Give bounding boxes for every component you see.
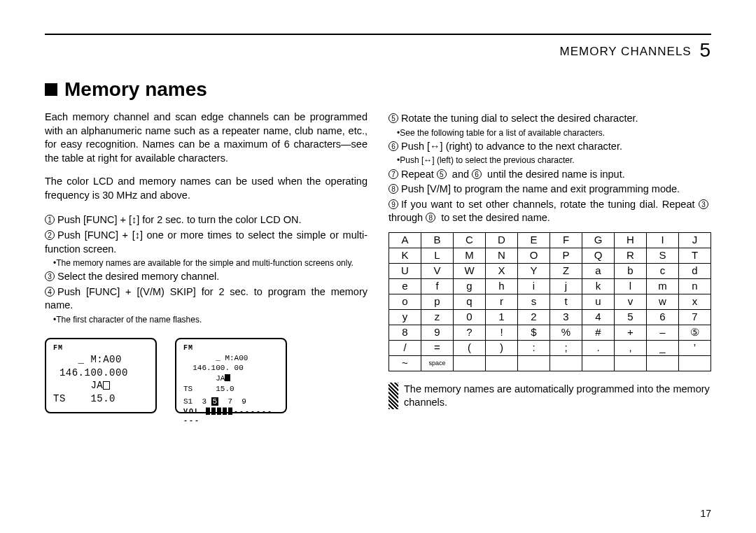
char-cell: E	[518, 232, 550, 248]
char-cell: %	[550, 325, 582, 340]
left-column: Each memory channel and scan edge channe…	[45, 111, 368, 413]
char-cell: 5	[615, 309, 647, 325]
page-title: Memory names	[64, 78, 207, 101]
char-cell: f	[421, 278, 454, 294]
content-columns: Each memory channel and scan edge channe…	[45, 111, 711, 413]
char-cell: I	[647, 232, 679, 248]
char-cell: 4	[582, 309, 615, 325]
section-header: MEMORY CHANNELS 5	[45, 39, 711, 62]
char-cell: –	[647, 325, 679, 340]
char-cell: H	[615, 232, 647, 248]
char-cell: B	[421, 232, 454, 248]
step-number-icon: 6	[472, 169, 482, 179]
paragraph: Each memory channel and scan edge channe…	[45, 111, 368, 165]
char-cell: P	[550, 248, 582, 263]
char-cell	[679, 355, 711, 371]
char-cell: _	[647, 340, 679, 355]
char-cell: ~	[389, 355, 421, 371]
lcd-line: _ M:A00	[53, 353, 148, 367]
char-cell: :	[518, 340, 550, 355]
step-3: 3Select the desired memory channel.	[45, 270, 368, 284]
lcd-screen-multi: FM _ M:A00 146.100. 00 JA TS 15.0 S1 3 5…	[175, 338, 287, 413]
step-number-icon: 8	[388, 184, 398, 194]
char-cell	[518, 355, 550, 371]
char-cell	[454, 355, 486, 371]
chapter-number: 5	[699, 39, 711, 61]
char-cell: i	[518, 278, 550, 294]
step-2: 2Push [FUNC] + [↕] one or more times to …	[45, 229, 368, 256]
char-cell: 9	[421, 325, 454, 340]
section-name: MEMORY CHANNELS	[560, 45, 692, 58]
char-cell: N	[486, 248, 518, 263]
char-cell: T	[679, 248, 711, 263]
char-cell: y	[389, 309, 421, 325]
lcd-mode-label: FM	[53, 343, 148, 353]
step-7: 7Repeat 5 and 6 until the desired name i…	[388, 168, 711, 182]
char-cell: ;	[550, 340, 582, 355]
char-cell: D	[486, 232, 518, 248]
char-cell: A	[389, 232, 421, 248]
char-cell: k	[582, 278, 615, 294]
lcd-mode-label: FM	[183, 343, 279, 353]
char-cell: G	[582, 232, 615, 248]
step-number-icon: 5	[388, 113, 398, 123]
char-cell: O	[518, 248, 550, 263]
char-cell: ?	[454, 325, 486, 340]
char-cell: n	[679, 278, 711, 294]
char-cell: a	[582, 263, 615, 278]
char-cell: ,	[615, 340, 647, 355]
step-number-icon: 8	[426, 213, 435, 222]
char-cell: j	[550, 278, 582, 294]
char-cell: F	[550, 232, 582, 248]
char-cell: S	[647, 248, 679, 263]
char-cell: 0	[454, 309, 486, 325]
note: •The first character of the name flashes…	[53, 314, 368, 325]
step-number-icon: 5	[437, 169, 447, 179]
hatched-note-text: The memory names are automatically progr…	[404, 383, 711, 410]
step-number-icon: 3	[45, 271, 55, 281]
char-cell: =	[421, 340, 454, 355]
char-cell: g	[454, 278, 486, 294]
note: •See the following table for a list of a…	[397, 127, 711, 138]
note: •The memory names are available for the …	[53, 257, 368, 269]
step-number-icon: 3	[699, 199, 708, 209]
char-cell: 2	[518, 309, 550, 325]
step-8: 8Push [V/M] to program the name and exit…	[388, 183, 711, 197]
step-number-icon: 9	[388, 199, 398, 209]
char-cell	[486, 355, 518, 371]
char-cell: Y	[518, 263, 550, 278]
char-cell: #	[582, 325, 615, 340]
lcd-line: TS 15.0	[183, 384, 279, 395]
hatched-bar-icon	[388, 383, 398, 409]
step-5: 5Rotate the tuning dial to select the de…	[388, 112, 711, 126]
char-cell: p	[421, 294, 454, 309]
char-cell: h	[486, 278, 518, 294]
char-cell: c	[647, 263, 679, 278]
char-cell: !	[486, 325, 518, 340]
step-6: 6Push [↔] (right) to advance to the next…	[388, 140, 711, 154]
cursor-icon	[103, 381, 110, 390]
char-cell: Z	[550, 263, 582, 278]
lcd-signal-meter: S1 3 5 7 9	[183, 397, 279, 407]
char-cell: 7	[679, 309, 711, 325]
char-cell: (	[454, 340, 486, 355]
lcd-line: JA	[53, 379, 148, 392]
page-number: 17	[700, 508, 711, 519]
char-cell: 8	[389, 325, 421, 340]
char-cell: ’	[679, 340, 711, 355]
char-cell: ⑤	[679, 325, 711, 340]
char-cell: $	[518, 325, 550, 340]
char-cell: v	[615, 294, 647, 309]
char-cell: x	[679, 294, 711, 309]
char-cell: t	[550, 294, 582, 309]
lcd-line: JA	[183, 374, 279, 384]
lcd-line: 146.100. 00	[183, 363, 279, 374]
char-cell: V	[421, 263, 454, 278]
lcd-line: TS 15.0	[53, 392, 148, 406]
char-cell: )	[486, 340, 518, 355]
char-cell	[582, 355, 615, 371]
char-cell: 3	[550, 309, 582, 325]
char-cell: z	[421, 309, 454, 325]
right-column: 5Rotate the tuning dial to select the de…	[388, 111, 711, 413]
lcd-screen-simple: FM _ M:A00 146.100.000 JA TS 15.0	[45, 338, 157, 413]
